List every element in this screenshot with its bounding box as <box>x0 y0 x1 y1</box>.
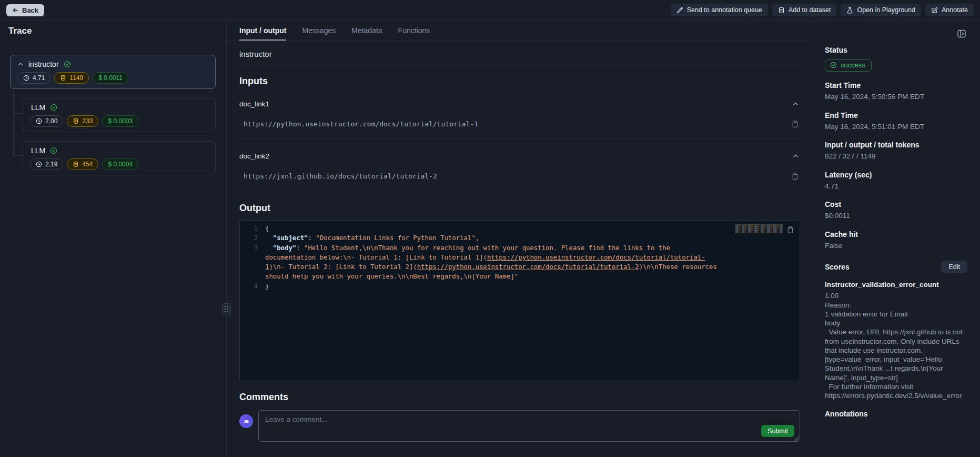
trace-node-name: instructor <box>28 60 59 68</box>
playground-icon <box>846 7 853 14</box>
tab-messages[interactable]: Messages <box>302 21 336 41</box>
cache-hit-value: False <box>825 241 967 251</box>
code-line: 1 { <box>240 224 800 233</box>
check-circle-icon <box>64 61 71 68</box>
tab-functions[interactable]: Functions <box>398 21 430 41</box>
input-group-doc-link1: doc_link1 https://python.useinstructor.c… <box>239 100 800 139</box>
add-to-dataset-button[interactable]: Add to dataset <box>772 4 837 16</box>
tree-connector-elbow <box>13 113 23 114</box>
main-panel: Input / output Messages Metadata Functio… <box>227 21 813 457</box>
details-sidebar: Status success Start Time May 16, 2024, … <box>813 21 980 457</box>
cache-hit-label: Cache hit <box>825 230 967 239</box>
trace-panel: Trace instructor 4.71 <box>0 21 227 457</box>
input-group-doc-link2: doc_link2 https://jxnl.github.io/docs/tu… <box>239 152 800 191</box>
check-circle-icon <box>830 62 837 68</box>
tree-connector-vertical <box>13 90 14 155</box>
submit-button[interactable]: Submit <box>761 425 794 437</box>
latency-label: Latency (sec) <box>825 171 967 179</box>
tokens-icon <box>73 161 79 167</box>
input-label: doc_link2 <box>239 152 269 160</box>
code-line: 4 } <box>240 282 800 291</box>
avatar: JB <box>239 414 253 428</box>
trace-panel-title: Trace <box>0 21 226 42</box>
code-minimap <box>735 224 783 233</box>
tokens-badge: 454 <box>67 158 98 170</box>
main-content: instructor Inputs doc_link1 https://pyth… <box>227 41 813 448</box>
status-badge: success <box>825 59 872 72</box>
chevron-up-icon[interactable] <box>17 61 24 67</box>
action-label: Annotate <box>942 6 968 14</box>
comments-heading: Comments <box>239 392 800 403</box>
chevron-up-icon <box>792 101 799 107</box>
send-to-annotation-queue-button[interactable]: Send to annotation queue <box>671 4 768 16</box>
back-label: Back <box>22 6 38 14</box>
latency-value: 4.71 <box>825 182 967 191</box>
latency-badge: 2.00 <box>30 115 63 127</box>
trace-viewer-app: Back Send to annotation queue Add to dat… <box>0 0 980 457</box>
status-label: Status <box>825 46 967 54</box>
collapse-input-button[interactable] <box>791 152 800 161</box>
run-title: instructor <box>239 41 800 66</box>
panel-resize-handle[interactable] <box>222 303 231 315</box>
comment-input[interactable] <box>259 411 800 441</box>
end-time-label: End Time <box>825 111 967 120</box>
trace-node-instructor[interactable]: instructor 4.71 1149 $ 0.0011 <box>10 55 216 89</box>
inputs-heading: Inputs <box>239 76 800 87</box>
copy-icon[interactable] <box>790 119 800 129</box>
scores-label: Scores <box>825 263 850 271</box>
cost-value: $0.0011 <box>825 211 967 221</box>
annotations-label: Annotations <box>825 410 967 418</box>
annotation-queue-icon <box>676 7 683 14</box>
tab-metadata[interactable]: Metadata <box>351 21 382 41</box>
dataset-icon <box>778 7 785 14</box>
comment-box: Submit <box>258 410 800 442</box>
cost-badge: $ 0.0003 <box>102 115 138 127</box>
tree-connector-elbow <box>13 155 23 156</box>
clock-icon <box>36 118 42 124</box>
edit-scores-button[interactable]: Edit <box>941 261 967 273</box>
trace-node-llm-1[interactable]: LLM 2.00 233 $ 0.0003 <box>23 98 216 132</box>
topbar: Back Send to annotation queue Add to dat… <box>0 0 980 21</box>
back-arrow-icon <box>12 7 19 14</box>
tokens-badge: 233 <box>67 115 98 127</box>
score-detail: 1.00 Reason: 1 validation error for Emai… <box>825 291 967 400</box>
end-time-value: May 16, 2024, 5:51:01 PM EDT <box>825 122 967 132</box>
cost-badge: $ 0.0004 <box>102 158 138 170</box>
clock-icon <box>36 161 42 167</box>
code-line: 2 "subject": "Documentation Links for Py… <box>240 233 800 243</box>
open-in-playground-button[interactable]: Open in Playground <box>841 4 921 16</box>
collapse-panel-icon[interactable] <box>956 28 967 41</box>
copy-icon[interactable] <box>785 225 795 235</box>
back-button[interactable]: Back <box>6 4 44 16</box>
tokens-icon <box>73 118 79 124</box>
grip-icon <box>225 306 229 313</box>
tab-input-output[interactable]: Input / output <box>239 21 286 41</box>
action-label: Send to annotation queue <box>687 6 762 14</box>
start-time-value: May 16, 2024, 5:50:56 PM EDT <box>825 92 967 102</box>
input-value: https://jxnl.github.io/docs/tutorial/tut… <box>239 172 437 180</box>
output-code-block: 1 { 2 "subject": "Documentation Links fo… <box>239 220 800 381</box>
code-link: https://python.useinstructor.com/docs/tu… <box>417 263 639 271</box>
trace-node-name: LLM <box>31 103 45 112</box>
trace-node-llm-2[interactable]: LLM 2.19 454 $ 0.0004 <box>23 141 216 175</box>
code-line: 3 "body": "Hello Student,\n\nThank you f… <box>240 243 800 282</box>
tabbar: Input / output Messages Metadata Functio… <box>227 21 813 41</box>
copy-icon[interactable] <box>790 171 800 181</box>
comment-area: JB Submit <box>239 410 800 448</box>
cost-label: Cost <box>825 200 967 208</box>
input-label: doc_link1 <box>239 100 269 108</box>
tokens-icon <box>60 75 66 81</box>
trace-node-name: LLM <box>31 146 45 155</box>
action-label: Add to dataset <box>789 6 831 14</box>
output-heading: Output <box>239 203 800 214</box>
annotate-button[interactable]: Annotate <box>925 4 974 16</box>
check-circle-icon <box>50 147 57 154</box>
collapse-input-button[interactable] <box>791 100 800 108</box>
clock-icon <box>23 75 29 81</box>
tokens-label: Input / output / total tokens <box>825 141 967 149</box>
topbar-actions: Send to annotation queue Add to dataset … <box>671 4 974 16</box>
action-label: Open in Playground <box>857 6 915 14</box>
score-name: instructor_validation_error_count <box>825 281 967 289</box>
input-value: https://python.useinstructor.com/docs/tu… <box>239 120 478 128</box>
chevron-up-icon <box>792 153 799 160</box>
